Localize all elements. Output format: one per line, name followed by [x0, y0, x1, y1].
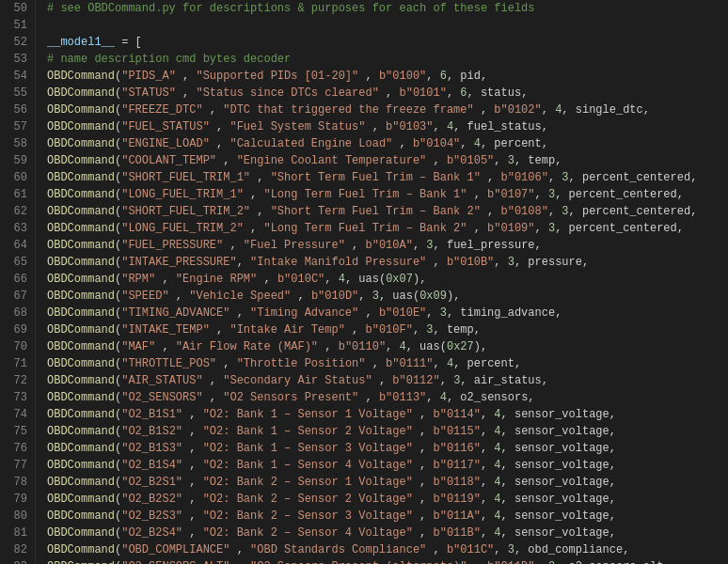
code-line: OBDCommand("O2_B2S2" , "O2: Bank 2 – Sen… [47, 491, 728, 508]
code-line: OBDCommand("O2_B2S1" , "O2: Bank 2 – Sen… [47, 474, 728, 491]
code-line: OBDCommand("MAF" , "Air Flow Rate (MAF)"… [47, 338, 728, 355]
code-lines: # see OBDCommand.py for descriptions & p… [36, 0, 728, 564]
code-line: OBDCommand("COOLANT_TEMP" , "Engine Cool… [47, 152, 728, 169]
code-line: OBDCommand("TIMING_ADVANCE" , "Timing Ad… [47, 305, 728, 321]
line-numbers: 50 51 52 53 54 55 56 57 58 59 60 61 62 6… [0, 0, 36, 564]
code-line: OBDCommand("LONG_FUEL_TRIM_2" , "Long Te… [47, 220, 728, 237]
code-line: OBDCommand("FREEZE_DTC" , "DTC that trig… [47, 102, 728, 118]
code-line: OBDCommand("LONG_FUEL_TRIM_1" , "Long Te… [47, 186, 728, 203]
code-line: OBDCommand("INTAKE_PRESSURE", "Intake Ma… [47, 254, 728, 271]
code-line: OBDCommand("O2_B1S2" , "O2: Bank 1 – Sen… [47, 423, 728, 440]
code-line [47, 17, 728, 34]
code-line: OBDCommand("FUEL_STATUS" , "Fuel System … [47, 118, 728, 135]
code-line: # see OBDCommand.py for descriptions & p… [47, 0, 728, 17]
code-line: OBDCommand("O2_B1S1" , "O2: Bank 1 – Sen… [47, 406, 728, 423]
code-editor: 50 51 52 53 54 55 56 57 58 59 60 61 62 6… [0, 0, 728, 564]
code-line: OBDCommand("O2_B2S3" , "O2: Bank 2 – Sen… [47, 508, 728, 525]
code-content: 50 51 52 53 54 55 56 57 58 59 60 61 62 6… [0, 0, 728, 564]
code-line: OBDCommand("STATUS" , "Status since DTCs… [47, 85, 728, 102]
code-line: OBDCommand("O2_SENSORS" , "O2 Sensors Pr… [47, 389, 728, 406]
code-line: OBDCommand("OBD_COMPLIANCE" , "OBD Stand… [47, 541, 728, 558]
code-line: OBDCommand("SPEED" , "Vehicle Speed" , b… [47, 288, 728, 305]
code-line: OBDCommand("RPM" , "Engine RPM" , b"010C… [47, 271, 728, 288]
code-line: OBDCommand("O2_B2S4" , "O2: Bank 2 – Sen… [47, 525, 728, 541]
code-line: OBDCommand("ENGINE_LOAD" , "Calculated E… [47, 135, 728, 152]
code-line: OBDCommand("INTAKE_TEMP" , "Intake Air T… [47, 321, 728, 338]
code-line: __model1__ = [ [47, 34, 728, 51]
code-line: OBDCommand("SHORT_FUEL_TRIM_2" , "Short … [47, 203, 728, 220]
code-line: # name description cmd bytes decoder [47, 51, 728, 68]
code-line: OBDCommand("O2_B1S3" , "O2: Bank 1 – Sen… [47, 440, 728, 457]
code-line: OBDCommand("SHORT_FUEL_TRIM_1" , "Short … [47, 169, 728, 186]
code-line: OBDCommand("THROTTLE_POS" , "Throttle Po… [47, 355, 728, 372]
code-line: OBDCommand("O2_SENSORS_ALT" , "O2 Sensor… [47, 558, 728, 564]
code-line: OBDCommand("FUEL_PRESSURE" , "Fuel Press… [47, 237, 728, 254]
code-line: OBDCommand("PIDS_A" , "Supported PIDs [0… [47, 68, 728, 85]
code-line: OBDCommand("AIR_STATUS" , "Secondary Air… [47, 372, 728, 389]
code-line: OBDCommand("O2_B1S4" , "O2: Bank 1 – Sen… [47, 457, 728, 474]
